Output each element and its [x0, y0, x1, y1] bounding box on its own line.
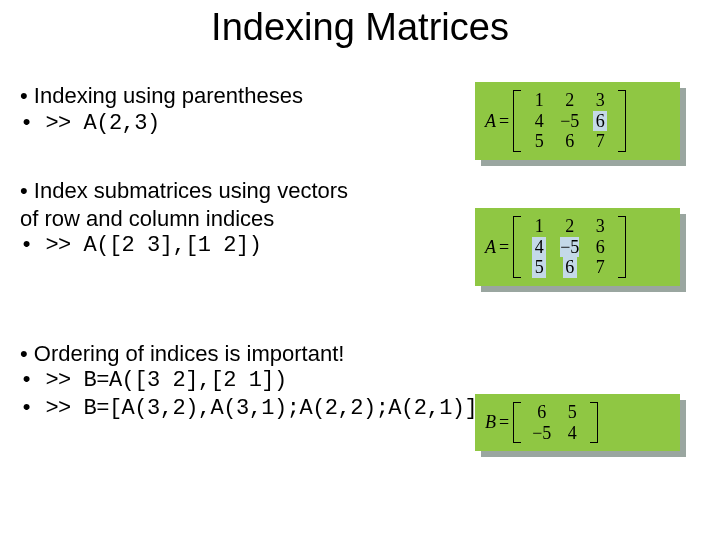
matrix-var: A	[485, 111, 499, 132]
bracket-left-icon	[513, 90, 521, 152]
cell: 2	[553, 90, 586, 111]
bracket-left-icon	[513, 216, 521, 278]
cell: 7	[586, 257, 614, 278]
matrix-box-3: B = 6 5 −5 4	[475, 394, 680, 451]
bracket-right-icon	[618, 90, 626, 152]
cell: 5	[558, 402, 586, 423]
bracket-left-icon	[513, 402, 521, 443]
cell: 1	[525, 90, 553, 111]
highlight-cell: 6	[563, 257, 577, 278]
cell: 3	[586, 216, 614, 237]
cell: 4	[525, 237, 553, 258]
slide: Indexing Matrices • Indexing using paren…	[0, 0, 720, 540]
cell: −5	[553, 237, 586, 258]
cell: 6	[586, 111, 614, 132]
cell: 6	[586, 237, 614, 258]
cell: 5	[525, 131, 553, 152]
matrix-B: B = 6 5 −5 4	[485, 402, 670, 443]
cell: 4	[525, 111, 553, 132]
matrix-grid: 1 2 3 4 −5 6 5 6 7	[525, 216, 614, 278]
cell: 5	[525, 257, 553, 278]
cell: 4	[558, 423, 586, 444]
bracket-right-icon	[618, 216, 626, 278]
highlight-cell: 4	[532, 237, 546, 258]
highlight-cell: 5	[532, 257, 546, 278]
cell: 7	[586, 131, 614, 152]
matrix-var: B	[485, 412, 499, 433]
matrix-box-2: A = 1 2 3 4 −5 6 5 6 7	[475, 208, 680, 286]
matrix-grid: 1 2 3 4 −5 6 5 6 7	[525, 90, 614, 152]
cell: 6	[525, 402, 558, 423]
cell: 6	[553, 257, 586, 278]
equals-sign: =	[499, 237, 513, 258]
cell: −5	[553, 111, 586, 132]
cell: 2	[553, 216, 586, 237]
cell: 3	[586, 90, 614, 111]
highlight-cell: −5	[560, 237, 579, 258]
cell: −5	[525, 423, 558, 444]
cell: 1	[525, 216, 553, 237]
equals-sign: =	[499, 412, 513, 433]
cell: 6	[553, 131, 586, 152]
equals-sign: =	[499, 111, 513, 132]
slide-title: Indexing Matrices	[0, 6, 720, 49]
matrix-box-1: A = 1 2 3 4 −5 6 5 6 7	[475, 82, 680, 160]
text-line: • Index submatrices using vectors	[20, 177, 700, 205]
matrix-var: A	[485, 237, 499, 258]
highlight-cell: 6	[593, 111, 607, 132]
matrix-A: A = 1 2 3 4 −5 6 5 6 7	[485, 216, 670, 278]
bracket-right-icon	[590, 402, 598, 443]
code-line: • >> B=A([3 2],[2 1])	[20, 367, 700, 395]
matrix-A: A = 1 2 3 4 −5 6 5 6 7	[485, 90, 670, 152]
matrix-grid: 6 5 −5 4	[525, 402, 586, 443]
text-line: • Ordering of indices is important!	[20, 340, 700, 368]
